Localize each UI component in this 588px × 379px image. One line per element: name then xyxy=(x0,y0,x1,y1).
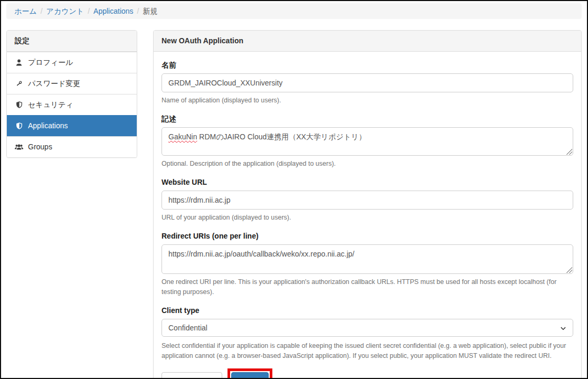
sidebar-item-label: Groups xyxy=(28,141,52,153)
key-icon xyxy=(15,80,23,88)
redirect-uris-help-text: One redirect URI per line. This is your … xyxy=(162,277,573,297)
sidebar-item-profile[interactable]: プロフィール xyxy=(7,52,137,73)
cancel-button[interactable]: ✖ キャンセル xyxy=(162,372,222,379)
client-type-select[interactable]: Confidential xyxy=(162,319,573,337)
panel-title: New OAuth Application xyxy=(154,31,581,52)
shield-icon xyxy=(15,122,23,130)
breadcrumb-separator: / xyxy=(134,7,143,15)
website-url-help-text: URL of your application (displayed to us… xyxy=(162,213,573,223)
users-icon xyxy=(15,143,23,151)
description-form-group: 記述 GakuNin RDMのJAIRO Cloud連携用（XX大学リポジトリ）… xyxy=(162,114,573,169)
breadcrumb-separator: / xyxy=(37,7,46,15)
website-url-input[interactable] xyxy=(162,191,573,210)
name-help-text: Name of application (displayed to users)… xyxy=(162,96,573,106)
breadcrumb-separator: / xyxy=(84,7,93,15)
description-textarea[interactable]: GakuNin RDMのJAIRO Cloud連携用（XX大学リポジトリ） xyxy=(162,127,573,156)
redirect-uris-textarea[interactable]: https://rdm.nii.ac.jp/oauth/callback/wek… xyxy=(162,244,573,274)
redirect-uris-form-group: Redirect URIs (one per line) https://rdm… xyxy=(162,231,573,297)
settings-sidebar: 設定 プロフィール パスワード変更 セキュリティ xyxy=(6,30,137,158)
new-oauth-application-panel: New OAuth Application 名前 Name of applica… xyxy=(153,30,582,379)
website-url-form-group: Website URL URL of your application (dis… xyxy=(162,177,573,223)
name-label: 名前 xyxy=(162,60,573,70)
breadcrumb-home-link[interactable]: ホーム xyxy=(14,7,37,15)
breadcrumb: ホーム/アカウント/Applications/新規 xyxy=(6,3,582,19)
name-form-group: 名前 Name of application (displayed to use… xyxy=(162,60,573,106)
sidebar-item-password[interactable]: パスワード変更 xyxy=(7,73,137,94)
sidebar-item-label: パスワード変更 xyxy=(28,78,80,89)
panel-body: 名前 Name of application (displayed to use… xyxy=(154,52,581,379)
page: ホーム/アカウント/Applications/新規 設定 プロフィール パスワー… xyxy=(0,0,588,379)
red-annotation-box: ✔ 登録 xyxy=(227,368,272,379)
client-type-label: Client type xyxy=(162,306,573,316)
sidebar-item-label: セキュリティ xyxy=(28,99,73,110)
sidebar-item-applications[interactable]: Applications xyxy=(7,115,137,136)
website-url-label: Website URL xyxy=(162,177,573,187)
description-help-text: Optional. Description of the application… xyxy=(162,159,573,169)
sidebar-title: 設定 xyxy=(7,31,137,52)
register-button[interactable]: ✔ 登録 xyxy=(231,372,269,379)
sidebar-item-security[interactable]: セキュリティ xyxy=(7,94,137,115)
cancel-button-label: キャンセル xyxy=(177,376,215,379)
breadcrumb-current-page: 新規 xyxy=(143,7,157,15)
client-type-form-group: Client type Confidential Select confiden… xyxy=(162,306,573,361)
description-label: 記述 xyxy=(162,114,573,124)
shield-icon xyxy=(15,101,23,109)
breadcrumb-account-link[interactable]: アカウント xyxy=(46,7,84,15)
form-actions: ✖ キャンセル ✔ 登録 xyxy=(162,368,573,379)
sidebar-item-label: Applications xyxy=(28,120,68,131)
breadcrumb-applications-link[interactable]: Applications xyxy=(93,7,134,15)
sidebar-item-label: プロフィール xyxy=(28,57,73,68)
redirect-uris-label: Redirect URIs (one per line) xyxy=(162,231,573,241)
content-row: 設定 プロフィール パスワード変更 セキュリティ xyxy=(6,30,582,379)
user-icon xyxy=(15,59,23,67)
client-type-help-text: Select confidential if your application … xyxy=(162,341,573,361)
name-input[interactable] xyxy=(162,73,573,92)
register-button-label: 登録 xyxy=(247,376,262,379)
sidebar-item-groups[interactable]: Groups xyxy=(7,136,137,157)
